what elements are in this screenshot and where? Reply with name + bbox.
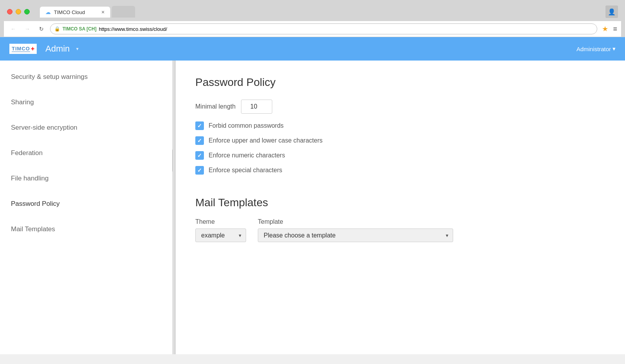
- url-domain: www.timco.swiss: [114, 26, 152, 32]
- checkmark-icon: ✓: [197, 167, 202, 173]
- minimize-window-button[interactable]: [16, 9, 21, 14]
- browser-menu-icon[interactable]: ≡: [613, 25, 617, 33]
- checkmark-icon: ✓: [197, 152, 202, 159]
- sidebar-item-label: Security & setup warnings: [11, 73, 88, 80]
- checkbox-enforce-special: ✓ Enforce special characters: [195, 166, 605, 175]
- template-select-wrapper: Please choose a template Password change…: [258, 228, 453, 242]
- minimal-length-input[interactable]: [241, 100, 272, 114]
- checkbox-enforce-special-label: Enforce special characters: [209, 167, 282, 174]
- ev-badge: TIMCO SA [CH]: [62, 26, 96, 32]
- sidebar-item-label: File handling: [11, 175, 48, 182]
- maximize-window-button[interactable]: [24, 9, 30, 14]
- cloud-icon: ☁: [45, 9, 51, 15]
- theme-label: Theme: [195, 218, 246, 225]
- forward-button[interactable]: →: [22, 23, 33, 34]
- checkbox-enforce-case: ✓ Enforce upper and lower case character…: [195, 136, 605, 145]
- logo-badge: TIMCO +: [9, 44, 37, 54]
- checkbox-enforce-numeric: ✓ Enforce numeric characters: [195, 151, 605, 160]
- url-protocol: https://: [99, 26, 114, 32]
- scrollbar-thumb[interactable]: [172, 149, 175, 172]
- template-form-group: Template Please choose a template Passwo…: [258, 218, 453, 242]
- browser-toolbar: ← → ↻ 🔒 TIMCO SA [CH] https://www.timco.…: [4, 21, 621, 37]
- checkbox-enforce-special-input[interactable]: ✓: [195, 166, 204, 175]
- user-silhouette-icon: 👤: [608, 8, 616, 16]
- sidebar-item-security[interactable]: Security & setup warnings: [0, 64, 175, 90]
- traffic-lights: [7, 9, 30, 14]
- theme-select[interactable]: example default custom: [195, 228, 246, 242]
- checkbox-forbid-common-input[interactable]: ✓: [195, 121, 204, 130]
- inactive-tab[interactable]: [112, 6, 135, 18]
- sidebar-item-federation[interactable]: Federation: [0, 141, 175, 166]
- theme-select-wrapper: example default custom ▼: [195, 228, 246, 242]
- active-tab[interactable]: ☁ TIMCO Cloud ✕: [40, 7, 110, 18]
- sidebar: Security & setup warnings Sharing Server…: [0, 61, 176, 354]
- sidebar-item-encryption[interactable]: Server-side encryption: [0, 115, 175, 141]
- app-header: TIMCO + Admin ▾ Administrator ▾: [0, 37, 625, 61]
- tab-bar: ☁ TIMCO Cloud ✕: [40, 6, 605, 18]
- address-bar[interactable]: 🔒 TIMCO SA [CH] https://www.timco.swiss/…: [50, 23, 597, 34]
- scrollbar-track: [172, 61, 175, 354]
- checkbox-enforce-numeric-input[interactable]: ✓: [195, 151, 204, 160]
- app-title: Admin: [45, 44, 70, 54]
- sidebar-item-sharing[interactable]: Sharing: [0, 90, 175, 115]
- logo-text: TIMCO: [12, 46, 30, 52]
- minimal-length-row: Minimal length: [195, 100, 605, 114]
- back-icon: ←: [11, 26, 16, 32]
- forward-icon: →: [25, 26, 30, 32]
- theme-form-group: Theme example default custom ▼: [195, 218, 246, 242]
- user-menu[interactable]: Administrator ▾: [577, 45, 616, 52]
- user-display-name: Administrator: [577, 46, 611, 52]
- checkmark-icon: ✓: [197, 123, 202, 129]
- close-window-button[interactable]: [7, 9, 12, 14]
- logo-area: TIMCO + Admin ▾: [9, 44, 79, 54]
- checkbox-enforce-numeric-label: Enforce numeric characters: [209, 152, 285, 159]
- reload-button[interactable]: ↻: [36, 23, 47, 34]
- main-content: Password Policy Minimal length ✓ Forbid …: [176, 61, 625, 354]
- sidebar-item-mail-templates[interactable]: Mail Templates: [0, 217, 175, 242]
- checkbox-forbid-common: ✓ Forbid common passwords: [195, 121, 605, 130]
- title-chevron-icon[interactable]: ▾: [76, 46, 79, 52]
- checkmark-icon: ✓: [197, 137, 202, 144]
- sidebar-item-file-handling[interactable]: File handling: [0, 166, 175, 191]
- reload-icon: ↻: [39, 26, 44, 32]
- logo-cross: +: [31, 45, 34, 52]
- minimal-length-label: Minimal length: [195, 103, 236, 110]
- mail-form-row: Theme example default custom ▼ Template: [195, 218, 605, 242]
- template-select[interactable]: Please choose a template Password change…: [258, 228, 453, 242]
- app-body: Security & setup warnings Sharing Server…: [0, 61, 625, 354]
- checkbox-enforce-case-label: Enforce upper and lower case characters: [209, 137, 323, 144]
- checkbox-enforce-case-input[interactable]: ✓: [195, 136, 204, 145]
- section-divider: [195, 181, 605, 196]
- back-button[interactable]: ←: [8, 23, 19, 34]
- mail-templates-title: Mail Templates: [195, 196, 605, 209]
- browser-user-icon[interactable]: 👤: [605, 5, 618, 18]
- checkbox-forbid-common-label: Forbid common passwords: [209, 122, 284, 129]
- template-label: Template: [258, 218, 453, 225]
- sidebar-item-password-policy[interactable]: Password Policy: [0, 191, 175, 217]
- sidebar-item-label: Server-side encryption: [11, 124, 77, 131]
- sidebar-item-label: Sharing: [11, 98, 34, 106]
- sidebar-item-label: Mail Templates: [11, 225, 55, 233]
- lock-icon: 🔒: [54, 26, 60, 32]
- address-url: https://www.timco.swiss/cloud/: [99, 26, 167, 32]
- bookmark-icon[interactable]: ★: [602, 25, 608, 33]
- sidebar-item-label: Federation: [11, 149, 43, 157]
- user-menu-chevron-icon: ▾: [612, 45, 616, 52]
- sidebar-item-label: Password Policy: [11, 200, 60, 207]
- browser-chrome: ☁ TIMCO Cloud ✕ 👤 ← → ↻ 🔒 TIMCO SA [CH] …: [0, 0, 625, 37]
- browser-titlebar: ☁ TIMCO Cloud ✕ 👤: [4, 3, 621, 21]
- tab-title: TIMCO Cloud: [54, 9, 85, 15]
- tab-close-button[interactable]: ✕: [101, 10, 105, 15]
- app-container: TIMCO + Admin ▾ Administrator ▾ Security…: [0, 37, 625, 354]
- password-policy-title: Password Policy: [195, 76, 605, 89]
- url-path: /cloud/: [152, 26, 167, 32]
